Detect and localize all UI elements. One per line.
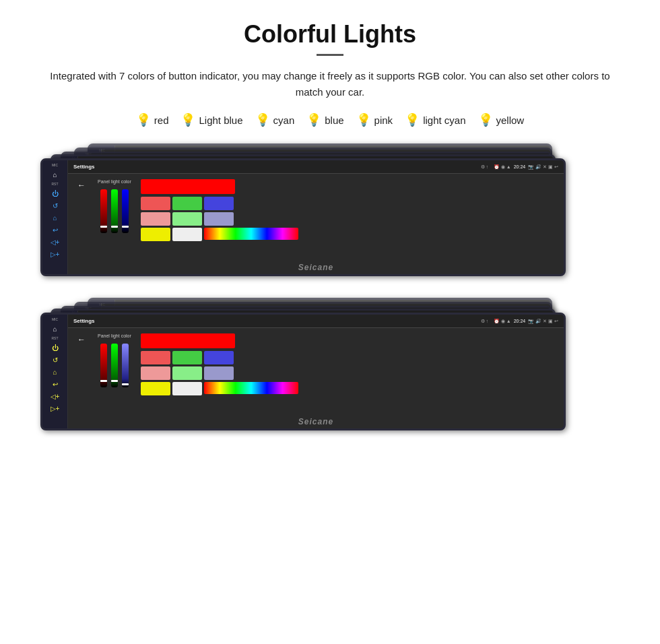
cell-yellow[interactable] <box>141 228 170 241</box>
mic-yf: MIC <box>52 317 58 321</box>
back-arrow-y: ← <box>75 333 88 346</box>
yellow-label: yellow <box>496 115 525 126</box>
nav4-front: ◁+ <box>49 237 61 247</box>
red-full-bar-y[interactable] <box>141 333 235 348</box>
device-front-top: MIC ⌂ RST ⏻ ↺ ⌂ ↩ ◁+ ▷+ Setting <box>40 158 566 276</box>
device-stack-top: MIC ⌂ RST ⏻ ↺ ⌂ ↩ ◁+ ▷+ <box>40 142 620 273</box>
red-slider-y[interactable] <box>100 344 107 387</box>
red-slider-handle <box>100 226 107 228</box>
blue-label: blue <box>325 115 343 126</box>
device-row-bottom: MIC ⌂ RST ⏻ ↺ ⌂ ↩ ◁+ ▷+ <box>27 296 633 434</box>
header-icons: ⚙ ↑ ⏰ ◉ ▲ 20:24 📷 🔊 ✕ ▣ ↩ <box>481 164 558 170</box>
lightcyan-label: light cyan <box>423 115 465 126</box>
color-item-yellow: 💡 yellow <box>478 112 525 127</box>
cell-blue[interactable] <box>204 197 234 210</box>
nav2-yf: ⌂ <box>49 367 61 377</box>
nav5-front: ▷+ <box>49 249 61 259</box>
color-grid <box>141 179 557 243</box>
nav4-yf: ◁+ <box>49 391 61 401</box>
red-handle-y <box>100 380 107 382</box>
color-item-red: 💡 red <box>136 112 169 127</box>
nav1-yf: ↺ <box>49 355 61 364</box>
red-full-bar[interactable] <box>141 179 235 194</box>
blue-bulb-icon: 💡 <box>306 112 321 127</box>
cyan-label: cyan <box>273 115 295 126</box>
nav3-yf: ↩ <box>49 379 61 389</box>
color-item-lightblue: 💡 Light blue <box>180 112 242 127</box>
yellow-bulb-icon: 💡 <box>478 112 493 127</box>
device-stack-bottom: MIC ⌂ RST ⏻ ↺ ⌂ ↩ ◁+ ▷+ <box>40 296 620 428</box>
color-item-cyan: 💡 cyan <box>255 112 295 127</box>
blue-slider[interactable] <box>122 189 129 233</box>
settings-header-y: Settings <box>73 318 95 324</box>
cell-lightgreen-y[interactable] <box>172 366 202 380</box>
red-slider[interactable] <box>100 189 107 233</box>
cell-red[interactable] <box>141 197 170 210</box>
home-icon-front: ⌂ <box>49 170 61 179</box>
description-text: Integrated with 7 colors of button indic… <box>40 68 620 100</box>
rgb-sliders <box>100 189 129 233</box>
color-indicators-row: 💡 red 💡 Light blue 💡 cyan 💡 blue 💡 pink … <box>27 112 633 127</box>
back-arrow: ← <box>75 179 88 191</box>
blue-slider-y[interactable] <box>122 344 129 387</box>
cell-green[interactable] <box>172 197 202 210</box>
cell-lightgreen[interactable] <box>172 212 202 226</box>
cell-rainbow[interactable] <box>204 228 298 240</box>
cyan-bulb-icon: 💡 <box>255 112 270 127</box>
pink-label: pink <box>374 115 393 126</box>
lightblue-bulb-icon: 💡 <box>180 112 195 127</box>
watermark-top: Seicane <box>68 261 564 274</box>
red-bulb-icon: 💡 <box>136 112 151 127</box>
red-label: red <box>154 115 169 126</box>
cell-rainbow-y[interactable] <box>204 382 298 394</box>
cell-red-y[interactable] <box>141 351 170 364</box>
nav1-front: ↺ <box>49 201 61 210</box>
cell-lightblue-y[interactable] <box>204 366 234 380</box>
sliders-panel: Panel light color <box>98 179 131 233</box>
panel-light-label: Panel light color <box>98 179 131 184</box>
panel-light-label-y: Panel light color <box>98 333 131 338</box>
settings-header: Settings <box>73 164 95 170</box>
lightblue-label: Light blue <box>199 115 242 126</box>
color-item-blue: 💡 blue <box>306 112 343 127</box>
cell-blue-y[interactable] <box>204 351 234 364</box>
cell-yellow-y[interactable] <box>141 382 170 395</box>
cell-pink[interactable] <box>141 212 170 226</box>
green-handle-y <box>111 380 118 382</box>
green-slider[interactable] <box>111 189 118 233</box>
color-grid-y <box>141 333 557 397</box>
pink-bulb-icon: 💡 <box>356 112 371 127</box>
green-slider-y[interactable] <box>111 344 118 387</box>
device-row-top: MIC ⌂ RST ⏻ ↺ ⌂ ↩ ◁+ ▷+ <box>27 142 633 280</box>
nav3-front: ↩ <box>49 225 61 234</box>
title-divider <box>317 54 343 56</box>
color-grid-row-2-y <box>141 366 557 380</box>
cell-white-y[interactable] <box>172 382 202 395</box>
cell-lightblue[interactable] <box>204 212 234 226</box>
color-item-lightcyan: 💡 light cyan <box>405 112 465 127</box>
power-icon-front: ⏻ <box>49 189 61 198</box>
lightcyan-bulb-icon: 💡 <box>405 112 420 127</box>
clock-display: 20:24 <box>514 164 526 169</box>
page-title: Colorful Lights <box>27 20 633 49</box>
nav5-yf: ▷+ <box>49 404 61 413</box>
watermark-bottom: Seicane <box>68 415 564 428</box>
cell-green-y[interactable] <box>172 351 202 364</box>
color-grid-row-2 <box>141 212 557 226</box>
header-icons-y: ⚙ ↑ ⏰ ◉ ▲ 20:24 📷 🔊 ✕ ▣ ↩ <box>481 319 558 324</box>
rst-label-front: RST <box>52 182 59 186</box>
device-front-bottom: MIC ⌂ RST ⏻ ↺ ⌂ ↩ ◁+ ▷+ Setting <box>40 313 566 430</box>
blue-slider-handle <box>122 226 129 228</box>
color-grid-row-1 <box>141 197 557 210</box>
home-yf: ⌂ <box>49 324 61 333</box>
mic-label-front: MIC <box>52 163 58 167</box>
rgb-sliders-y <box>100 344 129 387</box>
color-grid-row-1-y <box>141 351 557 364</box>
color-item-pink: 💡 pink <box>356 112 393 127</box>
cell-white[interactable] <box>172 228 202 241</box>
sliders-panel-y: Panel light color <box>98 333 131 387</box>
power-yf: ⏻ <box>49 343 61 352</box>
cell-pink-y[interactable] <box>141 366 170 380</box>
rst-yf: RST <box>52 336 59 340</box>
blue-handle-y <box>122 383 129 385</box>
